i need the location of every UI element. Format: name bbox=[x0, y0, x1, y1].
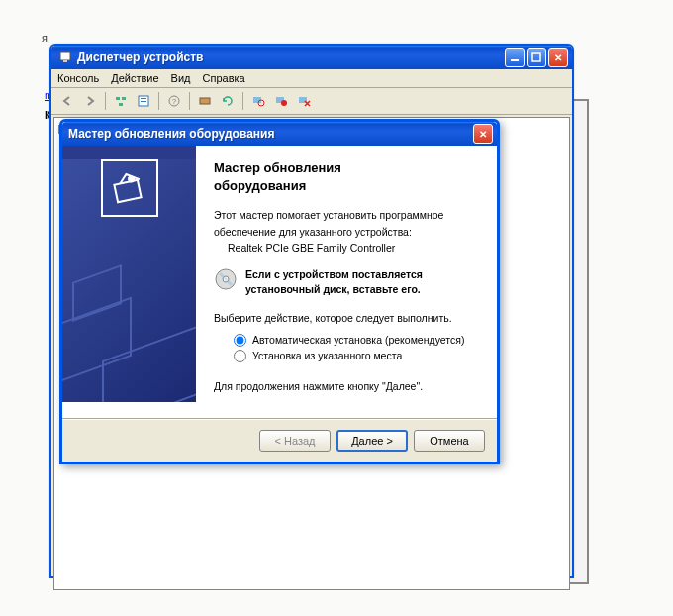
menu-view[interactable]: Вид bbox=[171, 72, 191, 84]
device-name: Realtek PCIe GBE Family Controller bbox=[228, 242, 479, 254]
hardware-update-wizard: Мастер обновления оборудования ✕ bbox=[59, 119, 500, 464]
window-title: Диспетчер устройств bbox=[77, 51, 505, 64]
toolbar-tree-icon[interactable] bbox=[111, 91, 131, 111]
toolbar-back-icon[interactable] bbox=[57, 91, 77, 111]
wizard-close-button[interactable]: ✕ bbox=[473, 124, 493, 144]
toolbar-uninstall-icon[interactable] bbox=[294, 91, 314, 111]
wizard-footer: < Назад Далее > Отмена bbox=[62, 419, 497, 462]
svg-rect-5 bbox=[122, 97, 126, 100]
maximize-button[interactable] bbox=[527, 48, 546, 67]
radio-manual-install[interactable]: Установка из указанного места bbox=[234, 350, 479, 362]
radio-auto-label: Автоматическая установка (рекомендуется) bbox=[252, 334, 464, 346]
svg-rect-0 bbox=[60, 52, 70, 60]
titlebar[interactable]: Диспетчер устройств ✕ bbox=[51, 46, 572, 69]
svg-rect-20 bbox=[114, 180, 141, 203]
cancel-button[interactable]: Отмена bbox=[414, 430, 485, 452]
menubar: Консоль Действие Вид Справка bbox=[51, 69, 572, 88]
svg-rect-12 bbox=[200, 98, 210, 104]
device-manager-icon bbox=[57, 50, 73, 65]
toolbar-help-icon[interactable]: ? bbox=[164, 91, 184, 111]
menu-console[interactable]: Консоль bbox=[57, 72, 99, 84]
svg-rect-3 bbox=[532, 53, 540, 61]
wizard-description-2: обеспечение для указанного устройства: bbox=[214, 225, 479, 239]
wizard-content: Мастер обновления оборудования Этот маст… bbox=[196, 146, 497, 402]
svg-rect-8 bbox=[141, 98, 146, 99]
cd-prompt: Если с устройством поставляется установо… bbox=[245, 267, 423, 295]
wizard-description: Этот мастер помогает установить программ… bbox=[214, 208, 479, 222]
wizard-titlebar[interactable]: Мастер обновления оборудования ✕ bbox=[62, 122, 497, 146]
toolbar-device-icon[interactable] bbox=[195, 91, 215, 111]
wizard-sidebar bbox=[62, 146, 196, 402]
close-button[interactable]: ✕ bbox=[548, 48, 568, 67]
continue-hint: Для продолжения нажмите кнопку "Далее". bbox=[214, 380, 479, 392]
svg-text:?: ? bbox=[172, 97, 177, 106]
radio-auto-input[interactable] bbox=[234, 334, 246, 347]
toolbar-scan-icon[interactable] bbox=[248, 91, 268, 111]
stray-text: я bbox=[42, 32, 48, 44]
menu-help[interactable]: Справка bbox=[203, 72, 245, 84]
svg-rect-4 bbox=[116, 97, 120, 100]
toolbar-disable-icon[interactable] bbox=[271, 91, 291, 111]
toolbar-separator bbox=[242, 92, 243, 110]
toolbar-forward-icon[interactable] bbox=[80, 91, 100, 111]
wizard-graphic-icon bbox=[101, 159, 158, 217]
radio-manual-label: Установка из указанного места bbox=[252, 350, 402, 361]
wizard-title: Мастер обновления оборудования bbox=[68, 127, 473, 141]
back-button: < Назад bbox=[259, 430, 331, 452]
toolbar-refresh-icon[interactable] bbox=[218, 91, 238, 111]
next-button[interactable]: Далее > bbox=[336, 430, 408, 452]
radio-manual-input[interactable] bbox=[234, 350, 246, 362]
svg-rect-9 bbox=[141, 101, 146, 102]
toolbar-separator bbox=[189, 92, 190, 110]
toolbar-separator bbox=[105, 92, 106, 110]
svg-rect-6 bbox=[119, 103, 123, 106]
radio-auto-install[interactable]: Автоматическая установка (рекомендуется) bbox=[234, 334, 479, 347]
minimize-button[interactable] bbox=[505, 48, 525, 67]
svg-rect-1 bbox=[63, 60, 67, 62]
svg-rect-2 bbox=[511, 59, 519, 61]
cd-icon bbox=[214, 267, 238, 293]
choose-action-label: Выберите действие, которое следует выпол… bbox=[214, 312, 479, 324]
svg-point-16 bbox=[281, 100, 287, 106]
menu-action[interactable]: Действие bbox=[111, 72, 158, 84]
toolbar-separator bbox=[158, 92, 159, 110]
toolbar-properties-icon[interactable] bbox=[134, 91, 153, 111]
wizard-heading: Мастер обновления оборудования bbox=[214, 159, 479, 194]
toolbar: ? bbox=[51, 88, 572, 115]
